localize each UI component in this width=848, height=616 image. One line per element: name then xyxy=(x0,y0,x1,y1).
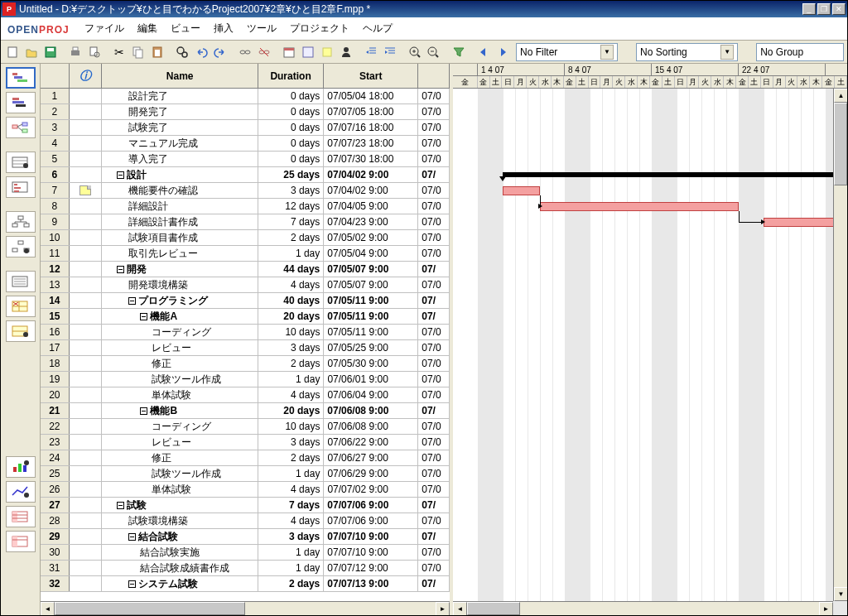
row-number[interactable]: 14 xyxy=(41,293,70,308)
row-number[interactable]: 15 xyxy=(41,309,70,324)
view-report-button[interactable] xyxy=(6,271,36,292)
table-row[interactable]: 31結合試験成績書作成1 day07/07/12 9:0007/0 xyxy=(41,561,450,576)
start-cell[interactable]: 07/05/07 9:00 xyxy=(324,277,418,292)
view-project-button[interactable] xyxy=(6,176,36,198)
finish-cell[interactable]: 07/0 xyxy=(418,136,450,151)
finish-cell[interactable]: 07/0 xyxy=(418,450,450,465)
duration-cell[interactable]: 40 days xyxy=(258,293,324,308)
start-cell[interactable]: 07/07/23 18:00 xyxy=(324,136,418,151)
start-cell[interactable]: 07/07/10 9:00 xyxy=(324,545,418,560)
information-button[interactable] xyxy=(299,43,316,61)
name-cell[interactable]: 設計完了 xyxy=(102,89,258,103)
start-cell[interactable]: 07/05/11 9:00 xyxy=(324,293,418,308)
indicator-cell[interactable] xyxy=(70,199,103,214)
table-row[interactable]: 1設計完了0 days07/05/04 18:0007/0 xyxy=(41,89,450,104)
table-row[interactable]: 5導入完了0 days07/07/30 18:0007/0 xyxy=(41,152,450,167)
table-row[interactable]: 7機能要件の確認3 days07/04/02 9:0007/0 xyxy=(41,183,450,199)
name-cell[interactable]: 試験完了 xyxy=(102,120,258,135)
print-button[interactable] xyxy=(67,43,84,61)
duration-cell[interactable]: 20 days xyxy=(258,403,324,418)
duration-cell[interactable]: 2 days xyxy=(258,450,324,465)
table-row[interactable]: 30結合試験実施1 day07/07/10 9:0007/0 xyxy=(41,545,450,561)
undo-button[interactable] xyxy=(193,43,210,61)
duration-cell[interactable]: 7 days xyxy=(258,498,324,513)
open-button[interactable] xyxy=(23,43,41,61)
view-rbs-button[interactable] xyxy=(6,236,36,257)
save-button[interactable] xyxy=(42,43,60,61)
start-cell[interactable]: 07/05/11 9:00 xyxy=(324,309,418,324)
name-cell[interactable]: コーディング xyxy=(102,419,258,434)
indicator-cell[interactable] xyxy=(70,214,103,229)
row-number[interactable]: 12 xyxy=(41,262,70,277)
name-cell[interactable]: 開発 xyxy=(102,262,258,277)
start-cell[interactable]: 07/07/10 9:00 xyxy=(324,529,418,544)
finish-cell[interactable]: 07/0 xyxy=(418,419,450,434)
table-row[interactable]: 12開発44 days07/05/07 9:0007/ xyxy=(41,262,450,277)
name-cell[interactable]: 試験ツール作成 xyxy=(102,466,258,481)
name-cell[interactable]: マニュアル完成 xyxy=(102,136,258,151)
cut-button[interactable]: ✂ xyxy=(111,43,128,61)
start-cell[interactable]: 07/05/11 9:00 xyxy=(324,325,418,339)
row-number[interactable]: 31 xyxy=(41,561,70,575)
table-row[interactable]: 29結合試験3 days07/07/10 9:0007/ xyxy=(41,529,450,545)
name-cell[interactable]: 修正 xyxy=(102,450,258,465)
table-row[interactable]: 18修正2 days07/05/30 9:0007/0 xyxy=(41,356,450,372)
table-row[interactable]: 23レビュー3 days07/06/22 9:0007/0 xyxy=(41,435,450,450)
row-number[interactable]: 20 xyxy=(41,387,70,402)
indicator-cell[interactable] xyxy=(70,246,103,261)
notes-button[interactable] xyxy=(318,43,335,61)
start-cell[interactable]: 07/07/13 9:00 xyxy=(324,576,418,591)
indicator-cell[interactable] xyxy=(70,152,103,166)
start-cell[interactable]: 07/07/02 9:00 xyxy=(324,482,418,497)
finish-cell[interactable]: 07/0 xyxy=(418,199,450,214)
finish-cell[interactable]: 07/0 xyxy=(418,277,450,292)
duration-cell[interactable]: 1 day xyxy=(258,466,324,481)
name-cell[interactable]: 導入完了 xyxy=(102,152,258,166)
view-tracking-button[interactable] xyxy=(6,92,36,113)
assign-button[interactable] xyxy=(337,43,354,61)
finish-cell[interactable]: 07/0 xyxy=(418,183,450,198)
start-cell[interactable]: 07/06/01 9:00 xyxy=(324,372,418,387)
name-cell[interactable]: 単体試験 xyxy=(102,482,258,497)
menu-edit[interactable]: 編集 xyxy=(131,18,164,39)
indicator-cell[interactable] xyxy=(70,450,103,465)
row-number[interactable]: 4 xyxy=(41,136,70,151)
name-cell[interactable]: 修正 xyxy=(102,356,258,371)
indicator-cell[interactable] xyxy=(70,325,103,339)
indicator-cell[interactable] xyxy=(70,120,103,135)
start-cell[interactable]: 07/07/06 9:00 xyxy=(324,498,418,513)
scroll-left-icon[interactable]: ◄ xyxy=(41,602,55,615)
indent-button[interactable] xyxy=(381,43,398,61)
table-row[interactable]: 15機能A20 days07/05/11 9:0007/ xyxy=(41,309,450,325)
name-cell[interactable]: 取引先レビュー xyxy=(102,246,258,261)
row-number[interactable]: 22 xyxy=(41,419,70,434)
table-row[interactable]: 4マニュアル完成0 days07/07/23 18:0007/0 xyxy=(41,136,450,152)
table-row[interactable]: 26単体試験4 days07/07/02 9:0007/0 xyxy=(41,482,450,498)
header-finish[interactable] xyxy=(418,64,450,88)
start-cell[interactable]: 07/04/02 9:00 xyxy=(324,183,418,198)
duration-cell[interactable]: 3 days xyxy=(258,529,324,544)
indicator-cell[interactable] xyxy=(70,183,103,198)
gantt-summary-bar[interactable] xyxy=(503,172,847,177)
view-network-button[interactable] xyxy=(6,117,36,138)
finish-cell[interactable]: 07/0 xyxy=(418,104,450,119)
start-cell[interactable]: 07/04/02 9:00 xyxy=(324,167,418,182)
duration-cell[interactable]: 3 days xyxy=(258,340,324,355)
table-row[interactable]: 17レビュー3 days07/05/25 9:0007/0 xyxy=(41,340,450,356)
row-number[interactable]: 9 xyxy=(41,214,70,229)
menu-project[interactable]: プロジェクト xyxy=(283,18,356,39)
name-cell[interactable]: 設計 xyxy=(102,167,258,182)
view-gantt-button[interactable] xyxy=(6,67,36,89)
menu-insert[interactable]: 挿入 xyxy=(207,18,240,39)
table-row[interactable]: 6設計25 days07/04/02 9:0007/ xyxy=(41,167,450,183)
finish-cell[interactable]: 07/0 xyxy=(418,561,450,575)
start-cell[interactable]: 07/07/30 18:00 xyxy=(324,152,418,166)
table-row[interactable]: 3試験完了0 days07/07/16 18:0007/0 xyxy=(41,120,450,136)
finish-cell[interactable]: 07/0 xyxy=(418,120,450,135)
duration-cell[interactable]: 4 days xyxy=(258,387,324,402)
name-cell[interactable]: 機能A xyxy=(102,309,258,324)
start-cell[interactable]: 07/04/23 9:00 xyxy=(324,214,418,229)
table-row[interactable]: 14プログラミング40 days07/05/11 9:0007/ xyxy=(41,293,450,309)
unlink-button[interactable] xyxy=(255,43,272,61)
menu-help[interactable]: ヘルプ xyxy=(356,18,399,39)
